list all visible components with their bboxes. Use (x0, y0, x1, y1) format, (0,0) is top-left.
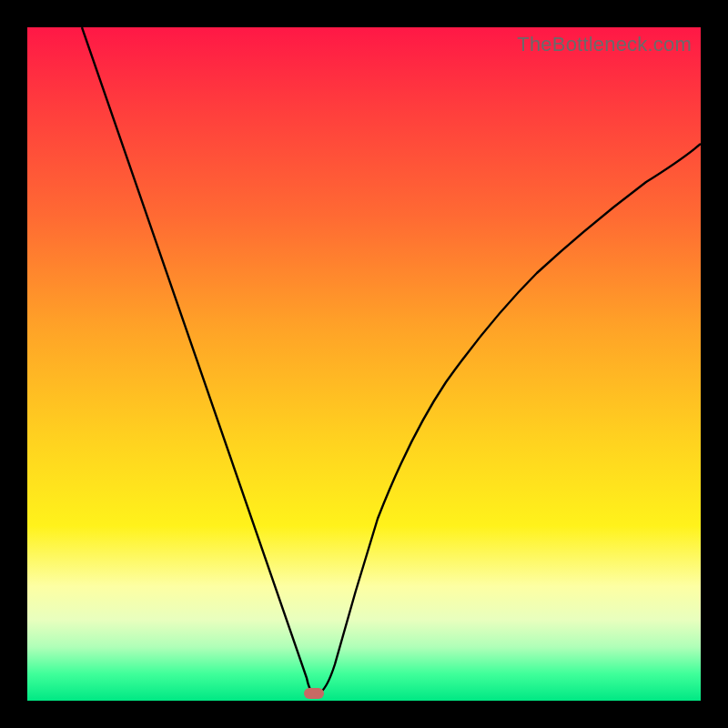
curve-right-arm (320, 144, 701, 693)
curve-left-arm (82, 27, 314, 693)
bottleneck-curve (27, 27, 701, 701)
plot-area: TheBottleneck.com (27, 27, 701, 701)
chart-frame: TheBottleneck.com (0, 0, 728, 728)
minimum-marker (304, 688, 324, 699)
